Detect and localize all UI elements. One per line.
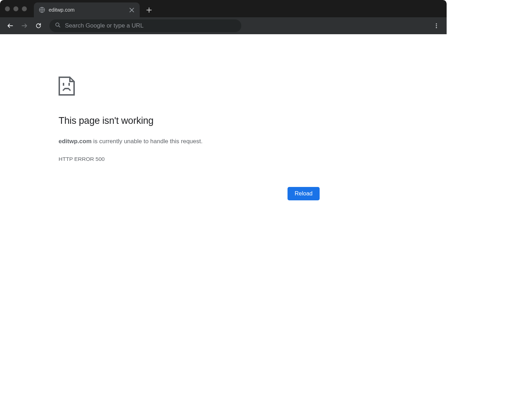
error-title: This page isn't working — [59, 115, 320, 126]
close-tab-button[interactable] — [128, 7, 135, 13]
forward-button[interactable] — [18, 20, 30, 32]
title-bar: editwp.com — [0, 0, 447, 17]
reload-row: Reload — [59, 187, 320, 200]
browser-window: editwp.com — [0, 0, 447, 336]
sad-page-icon — [59, 77, 320, 97]
address-bar[interactable] — [49, 19, 241, 32]
toolbar — [0, 17, 447, 34]
error-code: HTTP ERROR 500 — [59, 156, 320, 162]
reload-button[interactable]: Reload — [288, 187, 320, 200]
page-content: This page isn't working editwp.com is cu… — [0, 34, 447, 336]
close-window-button[interactable] — [5, 6, 10, 11]
plus-icon — [146, 7, 152, 13]
error-message-text: is currently unable to handle this reque… — [92, 138, 203, 145]
omnibox-input[interactable] — [65, 22, 236, 29]
svg-rect-6 — [68, 83, 70, 86]
search-icon — [55, 22, 61, 29]
reload-icon — [35, 22, 42, 29]
browser-menu-button[interactable] — [430, 20, 442, 32]
browser-tab[interactable]: editwp.com — [34, 2, 140, 17]
more-vertical-icon — [433, 23, 440, 29]
svg-point-2 — [436, 23, 437, 24]
error-message: editwp.com is currently unable to handle… — [59, 137, 320, 146]
error-container: This page isn't working editwp.com is cu… — [59, 77, 320, 336]
tab-title: editwp.com — [49, 7, 125, 13]
arrow-right-icon — [21, 22, 28, 29]
arrow-left-icon — [7, 22, 14, 29]
globe-icon — [39, 7, 45, 13]
back-button[interactable] — [4, 20, 16, 32]
svg-point-4 — [436, 27, 437, 28]
reload-nav-button[interactable] — [32, 20, 44, 32]
minimize-window-button[interactable] — [13, 6, 18, 11]
svg-rect-5 — [63, 83, 64, 86]
svg-point-3 — [436, 25, 437, 26]
close-icon — [129, 8, 134, 12]
window-controls — [5, 6, 27, 11]
maximize-window-button[interactable] — [22, 6, 27, 11]
new-tab-button[interactable] — [143, 4, 155, 16]
error-domain: editwp.com — [59, 138, 92, 145]
tab-strip: editwp.com — [34, 0, 155, 17]
